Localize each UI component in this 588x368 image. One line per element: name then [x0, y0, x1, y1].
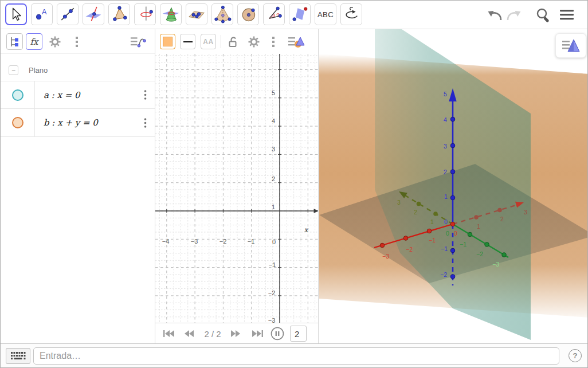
svg-text:A: A: [42, 8, 47, 16]
help-button[interactable]: ?: [569, 349, 582, 362]
tool-move[interactable]: [5, 3, 27, 25]
tool-point[interactable]: A: [31, 3, 53, 25]
tick-label: −2: [219, 238, 227, 245]
algebra-item-a[interactable]: a : x = 0: [1, 81, 155, 109]
menu-button[interactable]: [557, 5, 577, 25]
command-input[interactable]: [33, 347, 559, 365]
keyboard-icon: [10, 351, 26, 361]
tool-plane-3-points[interactable]: [186, 3, 207, 25]
circle-axis-icon: [135, 5, 155, 24]
unlock-icon: [226, 35, 240, 49]
group-label: Plano: [29, 66, 48, 75]
tick-label: −1: [269, 261, 276, 268]
gear-icon: [48, 35, 62, 49]
top-toolbar: A: [1, 1, 587, 29]
virtual-keyboard-button[interactable]: [6, 348, 30, 364]
graphics-2d-canvas[interactable]: [155, 54, 319, 323]
svg-text:2: 2: [500, 216, 504, 222]
svg-text:1: 1: [477, 223, 480, 230]
tool-reflect[interactable]: [289, 3, 311, 25]
graphics3d-stylebar-toggle[interactable]: [555, 33, 586, 58]
svg-text:2: 2: [414, 209, 417, 216]
graphics2d-stylebar: AA: [155, 29, 318, 54]
svg-text:3: 3: [524, 209, 527, 216]
tick-label: −3: [191, 238, 198, 245]
graphics-3d-canvas[interactable]: 1 2 3 4 5 −1 −2 0 1 2 3 −1 −2 −3 0 1 2: [319, 29, 588, 343]
tool-text[interactable]: ABC: [315, 3, 336, 25]
object-color-circle[interactable]: [12, 117, 23, 128]
tool-pyramid[interactable]: [211, 3, 233, 25]
svg-text:5: 5: [444, 91, 447, 97]
line-style-button[interactable]: [180, 34, 195, 49]
animation-navbar: 2 / 2: [155, 323, 318, 343]
fast-forward-icon: [230, 330, 241, 337]
svg-text:−1: −1: [429, 237, 436, 244]
tool-angle[interactable]: α: [263, 3, 285, 25]
more-options-button[interactable]: [68, 33, 85, 50]
perpendicular-line-icon: [84, 5, 103, 24]
search-button[interactable]: [533, 5, 552, 25]
tool-intersect-surfaces[interactable]: [160, 3, 182, 25]
line-icon: [58, 5, 77, 24]
object-color-circle[interactable]: [12, 89, 23, 101]
sphere-icon: [238, 5, 258, 24]
tool-buttons: A: [5, 3, 362, 25]
tree-view-button[interactable]: [6, 33, 23, 50]
input-style-button[interactable]: fx: [26, 33, 42, 50]
animation-speed-input[interactable]: [290, 326, 307, 342]
algebra-stylebar: fx: [1, 29, 155, 54]
algebra-panel: fx − Plano a : x = 0: [1, 29, 155, 343]
redo-button[interactable]: [504, 5, 523, 25]
tool-circle-with-axis[interactable]: [134, 3, 156, 25]
graphics-2d-panel[interactable]: AA −4 −3 −2 −1 0 5 4 3 2 1 −1 −2: [155, 29, 319, 343]
fx-label: fx: [30, 37, 38, 47]
svg-text:−2: −2: [476, 250, 483, 257]
point-icon: A: [32, 5, 52, 24]
skip-to-end-button[interactable]: [252, 330, 263, 339]
plane-icon: [187, 5, 206, 24]
tick-label: 1: [272, 203, 275, 210]
item-menu-button[interactable]: [135, 90, 155, 100]
tool-sphere[interactable]: [237, 3, 259, 25]
tick-label: −4: [162, 238, 170, 245]
item-menu-button[interactable]: [135, 118, 155, 128]
settings-button[interactable]: [46, 33, 63, 50]
step-forward-button[interactable]: [230, 330, 241, 339]
graphics2d-stylebar-toggle[interactable]: [286, 34, 307, 49]
tool-polygon[interactable]: [108, 3, 130, 25]
tool-perpendicular-line[interactable]: [83, 3, 104, 25]
visibility-cell[interactable]: [1, 109, 35, 136]
skip-to-start-button[interactable]: [163, 330, 175, 339]
angle-icon: α: [264, 5, 284, 24]
svg-text:−1: −1: [460, 241, 467, 248]
tool-line[interactable]: [57, 3, 79, 25]
geogebra-window: A: [0, 0, 588, 368]
collapse-group-button[interactable]: −: [9, 65, 18, 75]
tick-label: 5: [272, 89, 275, 96]
undo-button[interactable]: [485, 5, 505, 25]
lock-button[interactable]: [225, 34, 240, 49]
svg-text:−3: −3: [382, 253, 389, 260]
pause-button[interactable]: [271, 327, 284, 342]
skip-start-icon: [163, 330, 175, 337]
reflect-icon: [290, 5, 309, 24]
step-back-button[interactable]: [184, 330, 194, 339]
svg-text:2: 2: [444, 169, 447, 175]
tick-label: −2: [268, 289, 276, 296]
tree-icon: [8, 35, 22, 49]
svg-text:0: 0: [444, 218, 448, 225]
tool-rotate-3d-view[interactable]: [340, 3, 362, 25]
tick-label: −1: [248, 238, 255, 245]
algebra-stylebar-toggle[interactable]: [130, 33, 146, 50]
more-options-button[interactable]: [269, 34, 277, 49]
color-swatch-button[interactable]: [160, 34, 175, 49]
text-style-button[interactable]: AA: [201, 34, 216, 49]
svg-text:−2: −2: [406, 246, 413, 253]
settings-button[interactable]: [246, 34, 261, 49]
graphics-3d-panel[interactable]: 1 2 3 4 5 −1 −2 0 1 2 3 −1 −2 −3 0 1 2: [319, 29, 588, 343]
visibility-cell[interactable]: [1, 81, 35, 108]
cursor-icon: [6, 5, 26, 24]
undo-icon: [485, 5, 505, 25]
algebra-item-b[interactable]: b : x + y = 0: [1, 109, 155, 137]
svg-text:0: 0: [446, 230, 449, 237]
